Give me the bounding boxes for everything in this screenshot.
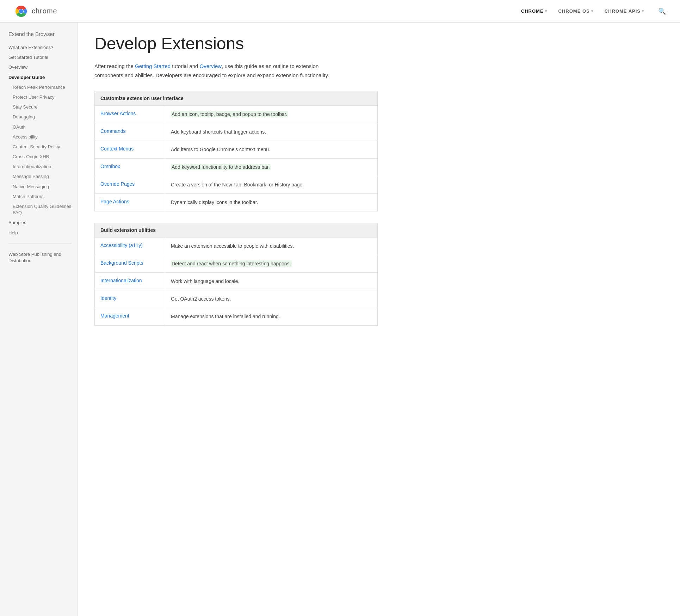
override-pages-link[interactable]: Override Pages [100,181,135,187]
utilities-table-header: Build extension utilities [95,223,378,238]
sidebar-item-debugging[interactable]: Debugging [8,112,77,122]
table-row: Omnibox Add keyword functionality to the… [95,159,378,176]
context-menus-desc: Add items to Google Chrome's context men… [171,147,270,152]
table-row: Commands Add keyboard shortcuts that tri… [95,123,378,141]
background-scripts-link[interactable]: Background Scripts [100,260,143,266]
sidebar-item-web-store[interactable]: Web Store Publishing and Distribution [8,250,77,266]
search-icon[interactable]: 🔍 [658,7,666,15]
logo-text: chrome [32,7,57,15]
ui-table-header: Customize extension user interface [95,91,378,106]
ui-table: Customize extension user interface Brows… [94,91,378,211]
getting-started-link[interactable]: Getting Started [135,63,171,69]
sidebar-item-help[interactable]: Help [8,228,77,238]
sidebar-item-what-are-extensions[interactable]: What are Extensions? [8,43,77,53]
utilities-table: Build extension utilities Accessibility … [94,223,378,326]
sidebar-item-quality-guidelines[interactable]: Extension Quality Guidelines FAQ [8,202,77,218]
identity-link[interactable]: Identity [100,295,116,301]
page-title: Develop Extensions [94,34,378,53]
table-row: Page Actions Dynamically display icons i… [95,194,378,211]
nav-chrome-apis[interactable]: CHROME APIS ▾ [605,8,644,14]
sidebar-item-accessibility[interactable]: Accessibility [8,132,77,142]
sidebar-bottom-section: Web Store Publishing and Distribution [8,250,77,266]
table-row: Management Manage extensions that are in… [95,308,378,326]
browser-actions-link[interactable]: Browser Actions [100,111,136,116]
table-header-row: Build extension utilities [95,223,378,238]
table-row: Browser Actions Add an icon, tooltip, ba… [95,106,378,123]
nav-chrome[interactable]: CHROME ▾ [521,8,547,14]
page-layout: Extend the Browser What are Extensions? … [0,23,680,616]
svg-point-2 [19,9,23,13]
chevron-down-icon: ▾ [591,9,593,13]
chevron-down-icon: ▾ [545,9,547,13]
overview-link[interactable]: Overview [200,63,222,69]
omnibox-desc: Add keyword functionality to the address… [171,164,271,170]
header: chrome CHROME ▾ CHROME OS ▾ CHROME APIS … [0,0,680,23]
sidebar: Extend the Browser What are Extensions? … [0,23,78,616]
identity-desc: Get OAuth2 access tokens. [171,296,231,302]
sidebar-item-stay-secure[interactable]: Stay Secure [8,102,77,112]
sidebar-item-message-passing[interactable]: Message Passing [8,172,77,181]
table-row: Identity Get OAuth2 access tokens. [95,290,378,308]
sidebar-item-cross-origin[interactable]: Cross-Origin XHR [8,152,77,162]
table-row: Context Menus Add items to Google Chrome… [95,141,378,159]
sidebar-item-samples[interactable]: Samples [8,218,77,228]
page-actions-desc: Dynamically display icons in the toolbar… [171,199,258,205]
sidebar-item-native-messaging[interactable]: Native Messaging [8,182,77,192]
sidebar-item-reach-peak[interactable]: Reach Peak Performance [8,82,77,92]
internationalization-desc: Work with language and locale. [171,278,239,284]
internationalization-link[interactable]: Internationalization [100,278,142,283]
sidebar-section-title: Extend the Browser [8,31,77,37]
table-row: Internationalization Work with language … [95,273,378,290]
table-row: Background Scripts Detect and react when… [95,255,378,273]
management-link[interactable]: Management [100,313,129,319]
management-desc: Manage extensions that are installed and… [171,314,280,319]
sidebar-item-protect-user[interactable]: Protect User Privacy [8,92,77,102]
browser-actions-desc: Add an icon, tooltip, badge, and popup t… [171,111,288,117]
main-content: Develop Extensions After reading the Get… [78,23,395,616]
accessibility-link[interactable]: Accessibility (a11y) [100,242,143,248]
sidebar-item-overview[interactable]: Overview [8,62,77,72]
intro-paragraph: After reading the Getting Started tutori… [94,62,348,80]
background-scripts-desc: Detect and react when something interest… [171,260,292,267]
table-row: Accessibility (a11y) Make an extension a… [95,238,378,255]
sidebar-item-get-started[interactable]: Get Started Tutorial [8,53,77,62]
nav-chrome-os[interactable]: CHROME OS ▾ [558,8,593,14]
override-pages-desc: Create a version of the New Tab, Bookmar… [171,182,304,187]
sidebar-item-i18n[interactable]: Internationalization [8,162,77,172]
sidebar-item-csp[interactable]: Content Security Policy [8,142,77,152]
chrome-logo-icon [14,4,28,18]
chevron-down-icon: ▾ [642,9,644,13]
sidebar-divider [8,244,72,244]
commands-desc: Add keyboard shortcuts that trigger acti… [171,129,266,135]
sidebar-item-developer-guide[interactable]: Developer Guide [8,73,77,82]
commands-link[interactable]: Commands [100,128,126,134]
omnibox-link[interactable]: Omnibox [100,164,120,169]
table-header-row: Customize extension user interface [95,91,378,106]
page-actions-link[interactable]: Page Actions [100,199,129,204]
sidebar-item-oauth[interactable]: OAuth [8,122,77,132]
context-menus-link[interactable]: Context Menus [100,146,134,152]
accessibility-desc: Make an extension accessible to people w… [171,243,294,249]
logo-area: chrome [14,4,57,18]
table-row: Override Pages Create a version of the N… [95,176,378,194]
main-nav: CHROME ▾ CHROME OS ▾ CHROME APIS ▾ 🔍 [521,7,666,15]
sidebar-item-match-patterns[interactable]: Match Patterns [8,192,77,202]
